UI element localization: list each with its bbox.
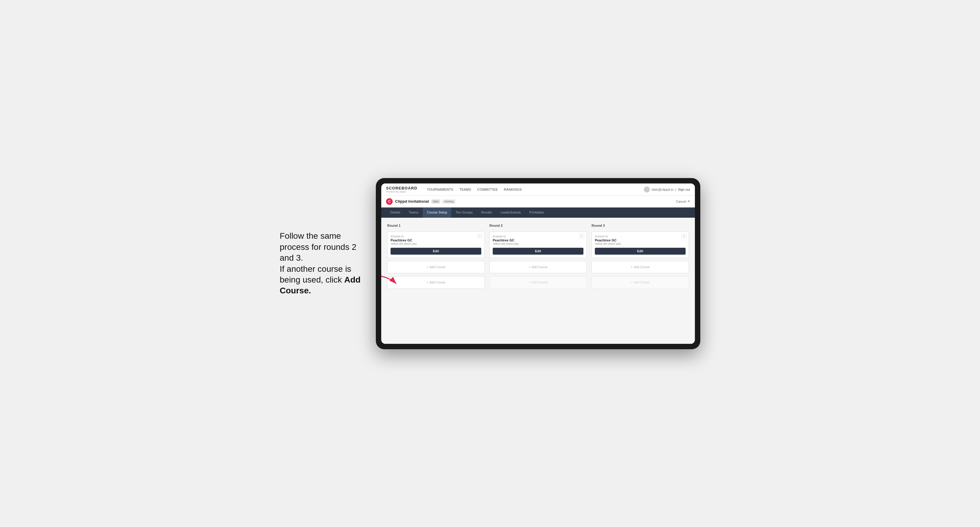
round-2-course-1-card: (Course A) Peachtree GC Yellow (M) (6629… <box>489 232 587 258</box>
round-1-course-1-edit-button[interactable]: Edit <box>391 248 481 255</box>
tournament-info: C Clippd Invitational Men Hosting <box>386 198 455 205</box>
round-3-course-1-card: (Course A) Peachtree GC Yellow (M) (6629… <box>592 232 689 258</box>
round-3-column: Round 3 (Course A) Peachtree GC Yellow (… <box>592 224 689 289</box>
round-3-add-course-2: + Add Course <box>592 276 689 289</box>
round-3-course-1-label: (Course A) <box>595 235 686 238</box>
round-1-course-1-card: (Course A) Peachtree GC Yellow (M) (6629… <box>387 232 485 258</box>
user-email: blair@clippd.io <box>652 188 673 191</box>
round-2-course-1-label: (Course A) <box>493 235 584 238</box>
round-2-add-course-2: + Add Course <box>489 276 587 289</box>
tab-leaderboards[interactable]: Leaderboards <box>496 208 525 218</box>
tab-course-setup[interactable]: Course Setup <box>423 208 451 218</box>
add-icon-2: + <box>426 281 428 284</box>
round-1-title: Round 1 <box>387 224 485 227</box>
logo-sub: Powered by clippd <box>386 190 417 193</box>
round-1-add-course-2-label: Add Course <box>430 281 445 284</box>
logo-area: SCOREBOARD Powered by clippd <box>386 186 417 193</box>
round-1-add-course-2[interactable]: + Add Course <box>387 276 485 289</box>
round-1-course-1-details: Yellow (M) (6629 yds) <box>391 242 481 245</box>
add-icon-r2-2: + <box>529 281 531 284</box>
cancel-label: Cancel <box>676 200 686 203</box>
tab-results[interactable]: Results <box>477 208 496 218</box>
add-icon-r3-1: + <box>631 265 633 269</box>
round-1-course-1-label: (Course A) <box>391 235 481 238</box>
main-content: Round 1 (Course A) Peachtree GC Yellow (… <box>381 218 695 344</box>
nav-rankings[interactable]: RANKINGS <box>504 188 522 191</box>
instruction-panel: Follow the same process for rounds 2 and… <box>280 231 364 296</box>
tab-details[interactable]: Details <box>386 208 405 218</box>
add-icon-r3-2: + <box>631 281 633 284</box>
add-icon: + <box>426 265 428 269</box>
cancel-button[interactable]: Cancel ✕ <box>676 199 690 203</box>
user-avatar <box>644 186 650 192</box>
round-2-add-course-2-label: Add Course <box>532 281 548 284</box>
sub-header: C Clippd Invitational Men Hosting Cancel… <box>381 196 695 208</box>
round-2-course-1-delete-button[interactable]: × <box>579 234 584 239</box>
round-2-column: Round 2 (Course A) Peachtree GC Yellow (… <box>489 224 587 289</box>
round-1-course-1-delete-button[interactable]: × <box>477 234 482 239</box>
round-3-course-1-edit-button[interactable]: Edit <box>595 248 686 255</box>
round-3-course-1-wrapper: (Course A) Peachtree GC Yellow (M) (6629… <box>592 232 689 258</box>
nav-separator: | <box>675 188 676 191</box>
round-1-add-course-1[interactable]: + Add Course <box>387 261 485 273</box>
round-3-course-1-details: Yellow (M) (6629 yds) <box>595 242 686 245</box>
top-navigation: SCOREBOARD Powered by clippd TOURNAMENTS… <box>381 184 695 196</box>
instruction-text: Follow the same process for rounds 2 and… <box>280 231 361 295</box>
round-3-add-course-1-label: Add Course <box>634 265 650 269</box>
round-3-add-course-1[interactable]: + Add Course <box>592 261 689 273</box>
tournament-logo: C <box>386 198 393 205</box>
rounds-grid: Round 1 (Course A) Peachtree GC Yellow (… <box>387 224 689 289</box>
round-2-course-1-name: Peachtree GC <box>493 238 584 242</box>
tab-navigation: Details Teams Course Setup Tee Groups Re… <box>381 208 695 218</box>
round-2-course-1-wrapper: (Course A) Peachtree GC Yellow (M) (6629… <box>489 232 587 258</box>
round-2-course-1-details: Yellow (M) (6629 yds) <box>493 242 584 245</box>
add-icon-r2-1: + <box>529 265 531 269</box>
tournament-name: Clippd Invitational <box>395 199 429 203</box>
round-1-course-1-wrapper: (Course A) Peachtree GC Yellow (M) (6629… <box>387 232 485 258</box>
tab-printables[interactable]: Printables <box>525 208 548 218</box>
tab-teams[interactable]: Teams <box>405 208 423 218</box>
tablet-screen: SCOREBOARD Powered by clippd TOURNAMENTS… <box>381 184 695 344</box>
round-1-course-1-name: Peachtree GC <box>391 238 481 242</box>
round-2-add-course-1-label: Add Course <box>532 265 548 269</box>
logo-text: SCOREBOARD <box>386 186 417 190</box>
nav-committee[interactable]: COMMITTEE <box>477 188 498 191</box>
men-badge: Men <box>431 199 441 203</box>
round-3-title: Round 3 <box>592 224 689 227</box>
tablet-frame: SCOREBOARD Powered by clippd TOURNAMENTS… <box>376 178 700 349</box>
tab-tee-groups[interactable]: Tee Groups <box>451 208 477 218</box>
hosting-badge: Hosting <box>442 199 455 203</box>
sign-out-link[interactable]: Sign out <box>678 188 690 191</box>
nav-links: TOURNAMENTS TEAMS COMMITTEE RANKINGS <box>427 188 637 191</box>
round-3-course-1-name: Peachtree GC <box>595 238 686 242</box>
nav-teams[interactable]: TEAMS <box>459 188 471 191</box>
round-2-course-1-edit-button[interactable]: Edit <box>493 248 584 255</box>
round-3-add-course-2-label: Add Course <box>634 281 650 284</box>
round-1-column: Round 1 (Course A) Peachtree GC Yellow (… <box>387 224 485 289</box>
round-3-course-1-delete-button[interactable]: × <box>682 234 686 239</box>
nav-tournaments[interactable]: TOURNAMENTS <box>427 188 453 191</box>
round-2-title: Round 2 <box>489 224 587 227</box>
round-1-add-course-1-label: Add Course <box>430 265 445 269</box>
round-2-add-course-1[interactable]: + Add Course <box>489 261 587 273</box>
nav-right: blair@clippd.io | Sign out <box>644 186 690 192</box>
cancel-icon: ✕ <box>687 199 690 203</box>
